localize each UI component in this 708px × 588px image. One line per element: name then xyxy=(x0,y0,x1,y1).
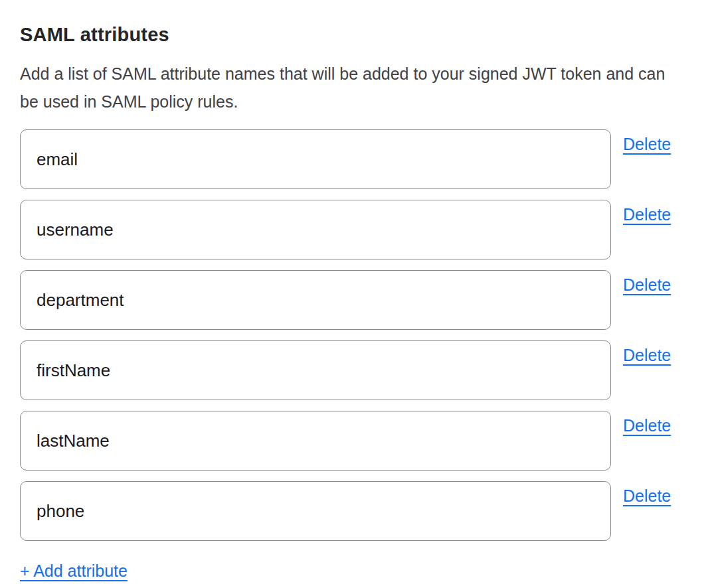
saml-attributes-section: SAML attributes Add a list of SAML attri… xyxy=(0,0,708,581)
section-title: SAML attributes xyxy=(20,23,688,46)
attribute-input[interactable] xyxy=(20,129,611,189)
attribute-row: Delete xyxy=(20,481,688,541)
add-attribute-link[interactable]: + Add attribute xyxy=(20,561,128,581)
delete-attribute-link[interactable]: Delete xyxy=(623,486,671,506)
delete-attribute-link[interactable]: Delete xyxy=(623,345,671,365)
delete-attribute-link[interactable]: Delete xyxy=(623,275,671,295)
attribute-row: Delete xyxy=(20,270,688,330)
attribute-input[interactable] xyxy=(20,270,611,330)
attribute-row: Delete xyxy=(20,129,688,189)
delete-attribute-link[interactable]: Delete xyxy=(623,204,671,224)
attribute-row: Delete xyxy=(20,411,688,471)
attribute-row: Delete xyxy=(20,340,688,400)
delete-attribute-link[interactable]: Delete xyxy=(623,415,671,435)
attribute-input[interactable] xyxy=(20,340,611,400)
attribute-input[interactable] xyxy=(20,411,611,471)
attribute-input[interactable] xyxy=(20,200,611,259)
section-description: Add a list of SAML attribute names that … xyxy=(20,60,687,115)
attribute-input[interactable] xyxy=(20,481,611,541)
delete-attribute-link[interactable]: Delete xyxy=(623,134,671,154)
attribute-list: Delete Delete Delete Delete Delete Delet… xyxy=(20,129,688,541)
attribute-row: Delete xyxy=(20,200,688,259)
